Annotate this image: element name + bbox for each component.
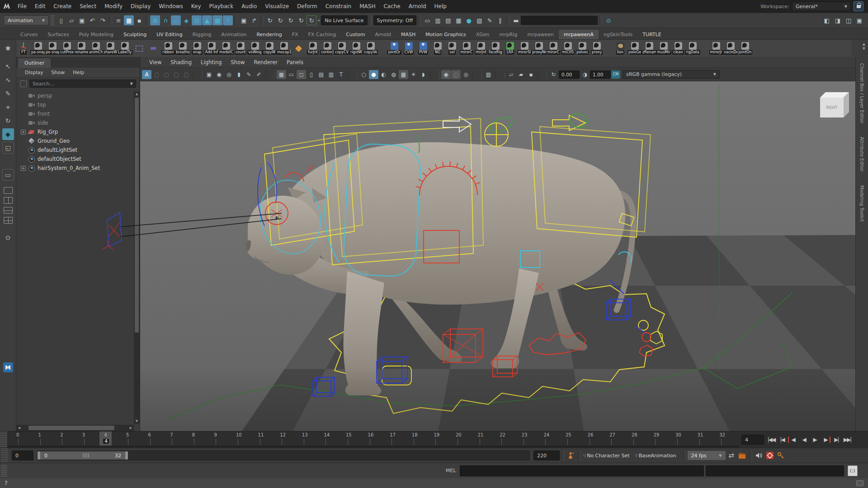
viewport-menu-item[interactable]: View <box>145 59 166 66</box>
layout-shortcut-icon[interactable] <box>4 217 13 224</box>
snap-icon[interactable]: ◇ <box>171 15 181 25</box>
viewport-toolbar-icon[interactable]: ◎ <box>224 70 234 79</box>
viewport-toolbar-icon[interactable]: ▪ <box>526 70 536 79</box>
toolbox-tool[interactable]: ◱ <box>2 142 14 154</box>
selection-mode-icon[interactable]: ▪ <box>134 15 144 25</box>
range-slider-track[interactable]: 0 32 <box>37 450 530 460</box>
shelf-item[interactable]: LRA <box>503 40 517 56</box>
workspace-lock-button[interactable] <box>854 1 863 11</box>
menu-item[interactable]: Modify <box>100 0 127 13</box>
expand-toggle-icon[interactable]: + <box>21 130 26 135</box>
shelf-item[interactable]: musMir <box>656 40 671 56</box>
viewport-toolbar-icon[interactable]: ◍ <box>389 70 398 79</box>
sidebar-panel-icon[interactable]: ▬ <box>511 15 521 25</box>
shelf-tab[interactable]: Custom <box>341 30 370 39</box>
menu-item[interactable]: Select <box>75 0 100 13</box>
range-bar-handle[interactable] <box>1 448 8 463</box>
status-icon[interactable]: ▯ <box>56 15 66 25</box>
outliner-menu-item[interactable]: Show <box>48 70 68 75</box>
render-icon[interactable]: ✎ <box>485 15 495 25</box>
viewport-toolbar-icon[interactable] <box>495 70 505 79</box>
render-icon[interactable]: ▥ <box>433 15 443 25</box>
viewport-toolbar-icon[interactable]: ◐ <box>379 70 388 79</box>
shelf-tab[interactable]: Curves <box>15 30 42 39</box>
viewport-toolbar-icon[interactable]: ▢ <box>172 70 181 79</box>
outliner-menu-item[interactable]: Help <box>70 70 87 75</box>
snap-icon[interactable]: ▲ <box>202 15 212 25</box>
status-icon[interactable]: ↷ <box>98 15 108 25</box>
panel-toggle-icon[interactable]: ◧ <box>822 15 832 25</box>
panel-toggle-icon[interactable]: ◨ <box>833 15 843 25</box>
sidebar-vertical-tab[interactable]: Attribute Editor <box>859 137 864 172</box>
viewport-toolbar-icon[interactable]: ● <box>369 70 378 79</box>
outliner-item[interactable]: + hairSystem_0_Anim_Set <box>16 164 134 173</box>
menu-item[interactable]: Windows <box>155 0 187 13</box>
layout-shortcut-icon[interactable] <box>4 197 13 204</box>
shelf-item[interactable]: mirorSl <box>517 40 532 56</box>
menu-item[interactable]: Display <box>127 0 155 13</box>
command-input[interactable] <box>460 465 704 476</box>
menu-item[interactable]: Playback <box>205 0 238 13</box>
outliner-item[interactable]: + defaultLightSet <box>16 145 134 155</box>
render-icon[interactable]: ▦ <box>453 15 463 25</box>
shelf-item[interactable]: rigidW <box>349 40 363 56</box>
modeling-toolkit-m-icon[interactable]: M <box>3 362 13 372</box>
panel-toggle-icon[interactable]: ▣ <box>854 15 864 25</box>
shelf-item[interactable]: proxy <box>590 40 604 56</box>
snap-icon[interactable]: ∩ <box>160 15 170 25</box>
command-line-handle[interactable] <box>1 465 7 477</box>
outliner-tab[interactable]: Outliner <box>18 58 51 68</box>
playback-button[interactable]: ▶ <box>809 434 820 445</box>
scroll-down-icon[interactable]: ▼ <box>134 418 140 424</box>
time-slider-track[interactable]: 0123456789101112131415161718192021222324… <box>7 432 739 448</box>
viewport-toolbar-icon[interactable]: ☀ <box>409 70 418 79</box>
viewport-panel[interactable]: ViewShadingLightingShowRendererPanels A▢… <box>140 57 855 431</box>
snap-icon[interactable]: ⊡ <box>192 15 202 25</box>
toolbox-tool[interactable]: ✱ <box>2 42 14 54</box>
fps-dropdown[interactable]: 24 fps ▼ <box>687 450 726 460</box>
shelf-tab[interactable]: mrpRig <box>495 30 523 39</box>
character-set-icon[interactable] <box>566 450 576 461</box>
shelf-item[interactable]: vacinDe <box>723 40 738 56</box>
viewport-toolbar-icon[interactable]: ▣ <box>204 70 214 79</box>
outliner-item[interactable]: + Ground_Geo <box>16 136 134 145</box>
outliner-item[interactable]: + persp <box>16 91 134 100</box>
outliner-item[interactable]: + top <box>16 100 134 109</box>
shelf-tab[interactable]: ngSkinTools <box>599 30 637 39</box>
shelf-item[interactable]: copyCV <box>335 40 349 56</box>
playback-button[interactable]: |◀◀ <box>766 434 777 445</box>
shelf-item[interactable]: CVW <box>401 40 416 56</box>
shelf-item[interactable]: mirJnt <box>474 40 488 56</box>
selection-mode-icon[interactable]: ≡ <box>113 15 123 25</box>
shelf-item[interactable] <box>291 40 306 56</box>
viewport-toolbar-icon[interactable]: ▢ <box>162 70 171 79</box>
shelf-item[interactable]: poleGe <box>627 40 642 56</box>
viewport-toolbar-icon[interactable]: ▩ <box>399 70 408 79</box>
viewport-toolbar-icon[interactable]: ▱ <box>506 70 516 79</box>
shelf-item[interactable]: count <box>233 40 248 56</box>
outliner-item[interactable]: + defaultObjectSet <box>16 155 134 164</box>
toolbox-tool[interactable]: ✎ <box>2 88 14 99</box>
outliner-item[interactable]: + side <box>16 118 134 127</box>
menu-item[interactable]: Deform <box>293 0 321 13</box>
record-icon[interactable] <box>764 450 775 461</box>
shelf-item[interactable]: copyVe <box>363 40 378 56</box>
toolbox-tool[interactable]: + <box>2 101 14 113</box>
toolbox-tool[interactable]: ∿ <box>2 74 14 86</box>
range-grip[interactable] <box>83 453 89 458</box>
gamma-field[interactable]: 1.00 <box>590 70 611 79</box>
viewport-toolbar-icon[interactable]: ▦ <box>277 70 286 79</box>
viewport-menu-item[interactable]: Shading <box>166 59 196 66</box>
sidebar-vertical-tab[interactable]: Channel Box / Layer Editor <box>859 63 864 123</box>
shelf-item[interactable]: faceRig <box>488 40 503 56</box>
shelf-tab[interactable]: Animation <box>216 30 251 39</box>
shelf-item[interactable]: centerJ <box>320 40 335 56</box>
shelf-tab[interactable]: XGen <box>471 30 495 39</box>
shelf-tab[interactable]: FX Caching <box>303 30 341 39</box>
command-language-toggle[interactable]: MEL <box>446 468 456 474</box>
shelf-item[interactable]: breathe <box>175 40 190 56</box>
shelf-item[interactable]: LabelTy <box>118 40 132 56</box>
menu-item[interactable]: MASH <box>355 0 379 13</box>
grid-snap-corner-icon[interactable] <box>856 480 863 486</box>
shelf-item[interactable]: mirorC <box>459 40 474 56</box>
